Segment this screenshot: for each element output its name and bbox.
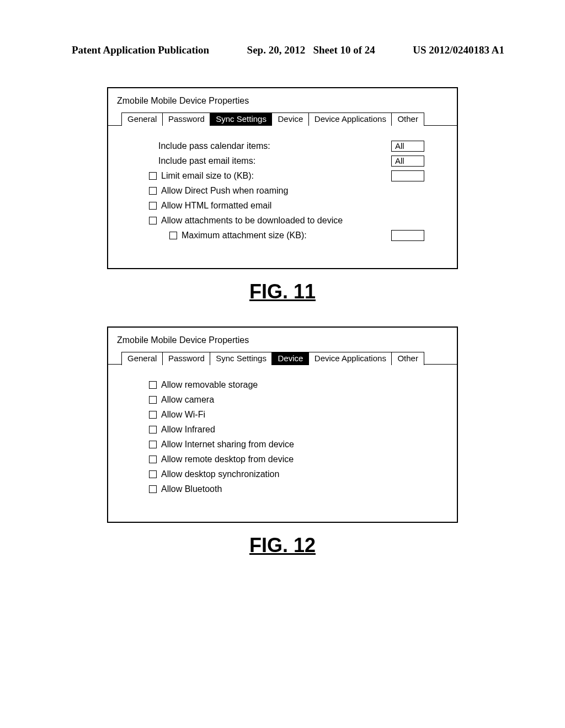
checkbox[interactable] [149,202,157,210]
tab-content: Include pass calendar items:AllInclude p… [107,125,458,269]
figure-label: FIG. 11 [0,280,565,303]
tab-device-applications[interactable]: Device Applications [308,352,392,365]
pub-date: Sep. 20, 2012 [247,44,306,56]
setting-label: Allow Bluetooth [161,484,441,494]
tab-password[interactable]: Password [162,113,211,126]
setting-label: Allow remote desktop from device [161,454,441,464]
setting-row: Allow remote desktop from device [124,453,441,466]
checkbox[interactable] [149,381,157,389]
checkbox[interactable] [149,426,157,433]
setting-label: Include past email items: [158,156,391,166]
properties-dialog: Zmobile Mobile Device PropertiesGeneralP… [107,326,458,523]
checkbox[interactable] [149,217,157,224]
checkbox[interactable] [149,411,157,419]
tab-device[interactable]: Device [271,352,309,365]
value-field[interactable] [391,170,424,181]
setting-label: Allow desktop synchronization [161,469,441,479]
tab-other[interactable]: Other [391,113,424,126]
setting-label: Allow removable storage [161,380,441,390]
tab-password[interactable]: Password [162,352,211,365]
window-title: Zmobile Mobile Device Properties [108,92,457,111]
window-title: Zmobile Mobile Device Properties [108,331,457,351]
setting-row: Allow attachments to be downloaded to de… [124,214,441,227]
setting-label: Allow Infrared [161,425,441,435]
checkbox[interactable] [149,396,157,404]
tab-content: Allow removable storageAllow cameraAllow… [107,364,458,523]
setting-row: Limit email size to (KB): [124,169,441,183]
setting-row: Allow removable storage [124,378,441,392]
setting-label: Allow Internet sharing from device [161,440,441,449]
tab-device-applications[interactable]: Device Applications [308,113,392,126]
checkbox[interactable] [149,172,157,180]
patent-page: Patent Application Publication Sep. 20, … [0,0,565,557]
checkbox[interactable] [169,232,177,239]
setting-row: Allow Infrared [124,423,441,436]
setting-row: Maximum attachment size (KB): [124,229,441,242]
checkbox[interactable] [149,441,157,448]
page-header: Patent Application Publication Sep. 20, … [0,0,565,65]
checkbox[interactable] [149,470,157,478]
value-field[interactable]: All [391,156,424,167]
sheet-number: Sheet 10 of 24 [313,44,375,56]
setting-row: Include pass calendar items:All [124,140,441,153]
tab-other[interactable]: Other [391,352,424,365]
publication-number: US 2012/0240183 A1 [413,44,504,56]
setting-label: Allow HTML formatted email [161,201,441,211]
setting-row: Allow Direct Push when roaming [124,184,441,197]
tab-sync-settings[interactable]: Sync Settings [210,113,273,126]
checkbox[interactable] [149,187,157,195]
setting-label: Maximum attachment size (KB): [182,231,391,240]
tab-row: GeneralPasswordSync SettingsDeviceDevice… [108,111,457,126]
tab-sync-settings[interactable]: Sync Settings [210,352,273,365]
publication-label: Patent Application Publication [72,44,209,56]
setting-label: Allow camera [161,395,441,405]
header-center: Sep. 20, 2012 Sheet 10 of 24 [247,44,375,56]
setting-row: Allow HTML formatted email [124,199,441,212]
setting-label: Allow attachments to be downloaded to de… [161,216,441,226]
setting-label: Allow Wi-Fi [161,410,441,420]
setting-row: Include past email items:All [124,154,441,168]
figure-label: FIG. 12 [0,534,565,557]
tab-row: GeneralPasswordSync SettingsDeviceDevice… [108,351,457,365]
setting-row: Allow Internet sharing from device [124,438,441,451]
setting-label: Include pass calendar items: [158,141,391,151]
properties-dialog: Zmobile Mobile Device PropertiesGeneralP… [107,87,458,269]
checkbox[interactable] [149,485,157,493]
setting-row: Allow Wi-Fi [124,408,441,421]
setting-label: Allow Direct Push when roaming [161,186,441,196]
figure-area: Zmobile Mobile Device PropertiesGeneralP… [0,65,565,557]
setting-row: Allow desktop synchronization [124,468,441,481]
value-field[interactable]: All [391,141,424,152]
checkbox[interactable] [149,456,157,463]
setting-label: Limit email size to (KB): [161,171,391,181]
tab-device[interactable]: Device [271,113,309,126]
setting-row: Allow Bluetooth [124,483,441,496]
tab-general[interactable]: General [121,352,163,365]
tab-general[interactable]: General [121,113,163,126]
setting-row: Allow camera [124,393,441,406]
value-field[interactable] [391,230,424,241]
